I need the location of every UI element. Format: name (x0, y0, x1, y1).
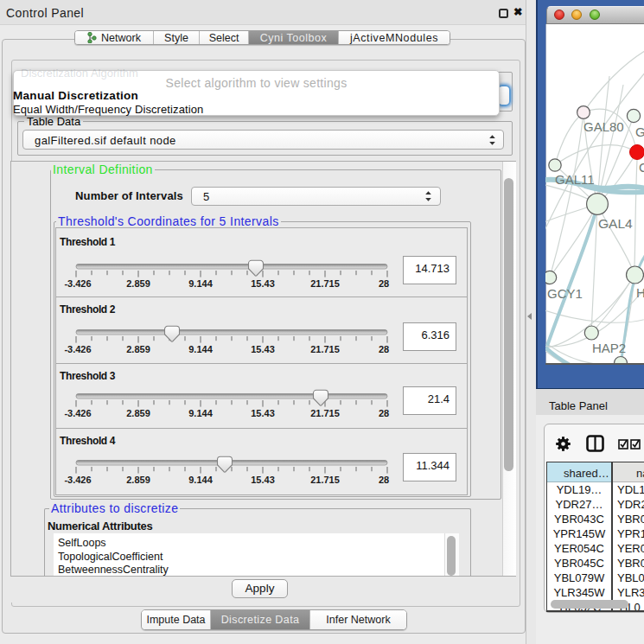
svg-text:28: 28 (379, 475, 389, 485)
svg-text:2.859: 2.859 (126, 408, 150, 418)
svg-text:15.43: 15.43 (251, 408, 275, 418)
svg-text:2.859: 2.859 (126, 344, 150, 354)
svg-text:GAL11: GAL11 (555, 172, 595, 187)
svg-text:28: 28 (379, 278, 389, 289)
svg-text:HAP2: HAP2 (592, 341, 626, 355)
svg-text:28: 28 (379, 344, 389, 354)
svg-text:GAL4: GAL4 (598, 216, 633, 231)
svg-text:GCY1: GCY1 (547, 286, 583, 301)
svg-text:15.43: 15.43 (251, 278, 275, 289)
svg-text:21.715: 21.715 (310, 408, 340, 418)
svg-text:28: 28 (379, 408, 389, 418)
svg-text:H: H (636, 285, 644, 300)
svg-text:-3.426: -3.426 (64, 475, 91, 485)
svg-text:-3.426: -3.426 (64, 344, 91, 354)
svg-text:GAL80: GAL80 (583, 119, 624, 134)
svg-text:2.859: 2.859 (126, 475, 150, 485)
svg-text:15.43: 15.43 (251, 475, 275, 485)
svg-text:C…: C… (639, 160, 644, 175)
svg-text:9.144: 9.144 (188, 344, 213, 354)
svg-text:-3.426: -3.426 (64, 408, 91, 418)
svg-text:G…: G… (635, 124, 644, 139)
svg-text:-3.426: -3.426 (64, 278, 91, 289)
svg-text:15.43: 15.43 (251, 344, 275, 354)
svg-text:9.144: 9.144 (188, 278, 213, 289)
svg-text:9.144: 9.144 (188, 408, 213, 418)
svg-text:9.144: 9.144 (188, 475, 213, 485)
svg-text:21.715: 21.715 (310, 278, 340, 289)
svg-text:21.715: 21.715 (310, 475, 340, 485)
svg-text:2.859: 2.859 (126, 278, 150, 289)
svg-text:21.715: 21.715 (310, 344, 340, 354)
